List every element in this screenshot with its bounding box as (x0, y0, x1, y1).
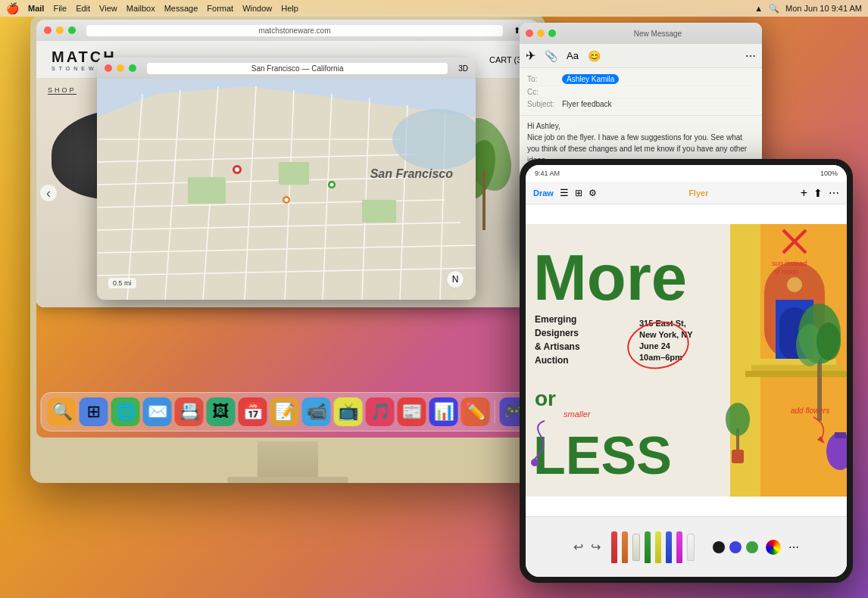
mail-subject-value[interactable]: Flyer feedback (562, 100, 612, 108)
dock-music[interactable]: 🎵 (366, 397, 395, 426)
pen-tools-row: ↩ ↪ ⋯ (573, 531, 799, 563)
mail-close-button[interactable] (526, 30, 533, 37)
ipad-overflow-icon[interactable]: ⋯ (829, 187, 839, 199)
svg-text:LESS: LESS (533, 426, 672, 485)
maximize-button[interactable] (68, 26, 76, 34)
svg-rect-21 (188, 177, 226, 204)
svg-text:New York, NY: New York, NY (639, 330, 693, 339)
dock-news[interactable]: 📰 (398, 397, 426, 426)
compass-button[interactable]: N (446, 270, 464, 288)
apple-menu[interactable]: 🍎 (6, 2, 19, 14)
maps-window[interactable]: San Francisco — California 3D (97, 58, 476, 300)
color-blue[interactable] (729, 541, 742, 553)
svg-text:Auction: Auction (535, 355, 569, 366)
close-button[interactable] (44, 26, 52, 34)
maps-maximize-button[interactable] (129, 64, 136, 72)
address-bar[interactable]: matchstoneware.com (86, 25, 503, 36)
pen-tool-purple[interactable] (676, 531, 682, 563)
dock-reminders[interactable]: 📝 (270, 397, 299, 426)
menu-mailbox[interactable]: Mailbox (126, 4, 155, 13)
svg-rect-74 (751, 365, 842, 371)
svg-text:of moon: of moon (774, 268, 799, 276)
svg-point-79 (816, 322, 841, 360)
mail-window-title: New Message (634, 30, 682, 38)
svg-rect-23 (362, 200, 396, 223)
dock: 🔍 ⊞ 🌐 ✉️ 📇 🖼 📅 📝 📹 📺 🎵 📰 📊 ✏️ 🎮 (41, 392, 535, 431)
eraser-tool[interactable] (687, 534, 695, 561)
ipad-add-icon[interactable]: + (801, 186, 807, 200)
search-menubar-icon[interactable]: 🔍 (769, 4, 779, 14)
mail-format-icon[interactable]: Aa (567, 50, 579, 61)
color-green[interactable] (746, 541, 758, 553)
menu-help[interactable]: Help (281, 4, 298, 13)
more-tools-icon[interactable]: ⋯ (788, 541, 799, 553)
ipad-doc-title[interactable]: Flyer (603, 188, 795, 198)
color-picker[interactable] (766, 540, 781, 555)
redo-button[interactable]: ↪ (591, 540, 601, 554)
ipad-grid-icon[interactable]: ⊞ (575, 188, 582, 198)
menu-window[interactable]: Window (242, 4, 272, 13)
svg-text:June 24: June 24 (639, 341, 671, 350)
ipad-app-toolbar[interactable]: Draw ☰ ⊞ ⚙ Flyer + ⬆ ⋯ (526, 182, 847, 204)
pen-tool-green[interactable] (645, 531, 651, 563)
ipad-share-icon[interactable]: ⬆ (813, 187, 823, 199)
mail-body-text: Hi Ashley, Nice job on the flyer. I have… (527, 120, 754, 161)
mail-fields: To: Ashley Kamila Cc: Subject: Flyer fee… (520, 68, 762, 116)
dock-photos[interactable]: 🖼 (207, 397, 236, 426)
ipad-pen-toolbar[interactable]: ↩ ↪ ⋯ (526, 516, 847, 577)
mail-minimize-button[interactable] (537, 30, 545, 37)
prev-arrow[interactable]: ‹ (40, 185, 57, 201)
mail-recipient-chip[interactable]: Ashley Kamila (562, 74, 619, 84)
dock-finder[interactable]: 🔍 (48, 397, 76, 426)
map-scale: 0.5 mi (108, 278, 136, 288)
dock-appletv[interactable]: 📺 (334, 397, 363, 426)
dock-facetime[interactable]: 📹 (302, 397, 331, 426)
mail-more-icon[interactable]: ⋯ (745, 50, 756, 62)
maps-minimize-button[interactable] (117, 64, 124, 72)
svg-text:sun instead: sun instead (772, 260, 807, 267)
menu-mail[interactable]: Mail (28, 4, 44, 13)
subject-label: Subject: (527, 100, 557, 108)
menu-file[interactable]: File (53, 4, 67, 13)
pen-tool-yellow[interactable] (655, 531, 661, 563)
imac-screen: matchstoneware.com ⬆ ⊞ MATCH STONEWARE C… (36, 20, 539, 438)
menu-edit[interactable]: Edit (76, 4, 90, 13)
dock-launchpad[interactable]: ⊞ (80, 397, 108, 426)
maps-3d-button[interactable]: 3D (458, 64, 468, 73)
ipad-settings-icon[interactable]: ⚙ (589, 188, 597, 198)
mail-body[interactable]: Hi Ashley, Nice job on the flyer. I have… (520, 116, 762, 161)
mail-cc-row: Cc: (527, 86, 754, 98)
menu-view[interactable]: View (99, 4, 117, 13)
svg-text:& Artisans: & Artisans (535, 341, 580, 352)
ipad-draw-tool[interactable]: Draw (533, 188, 554, 198)
menubar: 🍎 Mail File Edit View Mailbox Message Fo… (0, 0, 868, 17)
dock-mail[interactable]: ✉️ (143, 397, 172, 426)
dock-calendar[interactable]: 📅 (239, 397, 267, 426)
dock-safari[interactable]: 🌐 (111, 397, 140, 426)
menu-message[interactable]: Message (164, 4, 198, 13)
maps-search-field[interactable]: San Francisco — California (147, 63, 448, 74)
mail-emoji-icon[interactable]: 😊 (588, 50, 601, 62)
dock-keynote[interactable]: ✏️ (461, 397, 490, 426)
color-black[interactable] (713, 541, 725, 553)
undo-button[interactable]: ↩ (573, 540, 583, 554)
mail-attach-icon[interactable]: 📎 (545, 50, 557, 62)
ipad-menu-icon[interactable]: ☰ (560, 187, 569, 198)
shop-nav-item[interactable]: SHOP (48, 86, 76, 95)
pen-tool-red[interactable] (611, 531, 617, 563)
mail-send-icon[interactable]: ✈ (526, 48, 535, 63)
mail-titlebar: New Message (520, 23, 762, 44)
dock-numbers[interactable]: 📊 (429, 397, 458, 426)
svg-text:Emerging: Emerging (535, 314, 576, 325)
mail-subject-row: Subject: Flyer feedback (527, 98, 754, 111)
dock-contacts[interactable]: 📇 (175, 397, 204, 426)
minimize-button[interactable] (56, 26, 64, 34)
pen-tool-orange[interactable] (622, 531, 628, 563)
svg-point-81 (726, 403, 750, 436)
pen-tool-pencil[interactable] (632, 534, 640, 561)
pen-tool-blue[interactable] (666, 531, 672, 563)
menu-format[interactable]: Format (207, 4, 233, 13)
maps-close-button[interactable] (105, 64, 112, 72)
svg-point-26 (235, 167, 239, 172)
mail-maximize-button[interactable] (548, 30, 556, 37)
